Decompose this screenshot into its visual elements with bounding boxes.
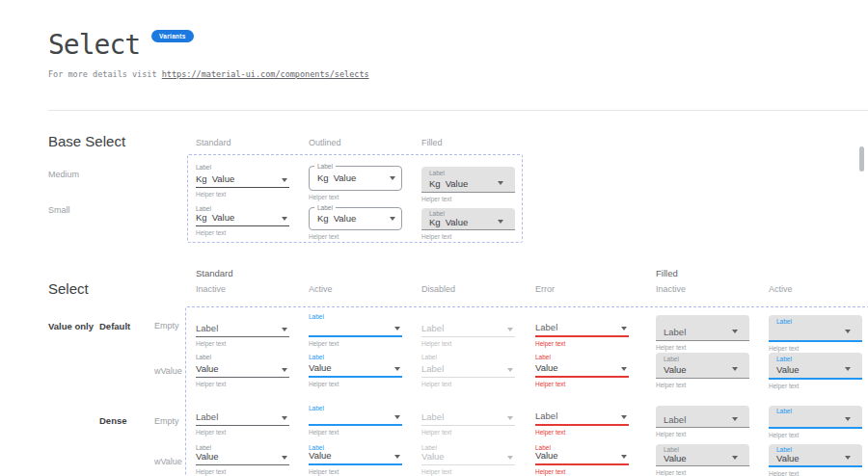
select-value: Value [446,179,469,189]
row-subgroup-default: Default [99,321,130,331]
select-dense-filled-active-empty[interactable]: Label Helper text [769,406,862,438]
select-dense-filled-inactive-empty[interactable]: Label Helper text [656,406,749,437]
select-filled-inactive-empty[interactable]: Label Helper text [656,315,749,351]
select-control[interactable]: Label [769,315,862,342]
chevron-down-icon [845,330,851,333]
helper-text: Helper text [196,229,289,236]
select-control[interactable]: Label [769,406,862,429]
select-filled-inactive-wvalue[interactable]: Label Value Helper text [656,353,749,388]
select-control[interactable]: Value [309,361,402,378]
select-control[interactable]: KgValue [196,213,289,226]
select-value: Value [212,174,235,184]
select-control[interactable] [309,412,402,426]
chevron-down-icon [282,368,287,372]
helper-text: Helper text [309,381,402,387]
select-value: Value [196,452,219,462]
helper-text: Helper text [769,432,862,438]
select-control[interactable]: Label KgValue [309,166,402,191]
select-control[interactable]: Label [535,321,629,337]
col-filled-active: Active [769,284,793,294]
helper-text: Helper text [769,345,862,352]
select-control[interactable]: Label [535,412,629,426]
select-control[interactable]: Value [309,452,402,465]
select-dense-standard-error-wvalue[interactable]: Label Value Helper text [535,443,629,475]
select-standard-inactive-wvalue[interactable]: Label Value Helper text [196,353,289,387]
select-control[interactable]: Label KgValue [421,208,515,230]
select-label: Label [309,312,402,321]
select-label: Label [196,353,289,361]
select-standard-active-empty[interactable]: Label Helper text [309,312,402,347]
helper-text: Helper text [656,382,749,388]
base-select-outlined-small[interactable]: Label KgValue Helper text [309,207,402,240]
select-control[interactable]: Label [196,321,289,337]
select-value: Value [535,451,558,461]
select-dense-filled-active-wvalue[interactable]: Label Value Helper text [769,444,862,476]
helper-text: Helper text [656,469,749,476]
select-control[interactable]: Label [656,315,749,341]
group-standard: Standard [196,268,233,278]
page-title: Select [48,29,140,61]
select-dense-standard-error-empty[interactable]: Label Helper text [535,404,629,436]
select-value: Value [334,173,357,183]
base-select-standard-small[interactable]: Label KgValue Helper text [196,204,289,236]
select-placeholder: Label [196,412,218,422]
select-placeholder: Label [535,323,557,332]
select-control[interactable]: Label Value [656,444,749,466]
chevron-down-icon [845,456,851,460]
select-standard-inactive-empty[interactable]: Label Helper text [196,312,289,347]
chevron-down-icon [394,415,400,419]
select-control[interactable]: KgValue [196,172,289,188]
select-control: Value [421,452,515,465]
row-default-wvalue: wValue [154,366,182,376]
variants-badge: Variants [151,30,194,42]
select-placeholder: Label [421,324,444,333]
select-control[interactable]: Value [196,452,289,465]
subtitle-text: For more details visit [48,69,162,79]
select-value: Value [309,451,332,461]
select-control[interactable]: Label Value [769,444,862,467]
chevron-down-icon [732,417,738,421]
select-control[interactable]: Label Value [656,353,749,379]
scrollbar-thumb[interactable] [859,146,864,172]
row-dense-wvalue: wValue [154,457,182,466]
select-dense-filled-inactive-wvalue[interactable]: Label Value Helper text [656,444,749,476]
chevron-down-icon [621,415,627,419]
select-standard-active-wvalue[interactable]: Label Value Helper text [309,353,402,387]
select-control[interactable]: Label [196,412,289,426]
select-label: Label [535,353,629,361]
select-filled-active-empty[interactable]: Label Helper text [769,315,862,352]
select-dense-standard-active-empty[interactable]: Label Helper text [309,404,402,436]
select-standard-error-wvalue[interactable]: Label Value Helper text [535,353,629,387]
select-adornment: Kg [429,179,441,189]
select-standard-error-empty[interactable]: Label Helper text [535,312,629,347]
helper-text: Helper text [421,196,515,202]
base-select-filled-small[interactable]: Label KgValue Helper text [421,208,515,240]
docs-link[interactable]: https://material-ui.com/components/selec… [162,69,369,79]
select-filled-active-wvalue[interactable]: Label Value Helper text [769,353,862,389]
select-dense-standard-inactive-empty[interactable]: Label Helper text [196,404,289,436]
select-control[interactable]: Value [535,361,629,378]
select-grid-heading: Select [48,280,89,297]
chevron-down-icon [390,217,395,221]
select-control[interactable]: Value [196,361,289,378]
select-control[interactable] [309,321,402,337]
select-control[interactable]: Label [656,406,749,428]
chevron-down-icon [390,176,395,180]
select-control[interactable]: Label Value [769,353,862,380]
select-dense-standard-inactive-wvalue[interactable]: Label Value Helper text [196,443,289,475]
select-dense-standard-active-wvalue[interactable]: Label Value Helper text [309,443,402,475]
select-standard-disabled-wvalue: Label Label Helper text [421,353,515,387]
select-control[interactable]: Label KgValue [309,207,402,230]
select-label: Label [314,162,336,171]
select-label: Label [776,355,856,363]
select-control[interactable]: Label KgValue [421,167,515,193]
base-select-outlined-medium[interactable]: Label KgValue Helper text [309,166,402,200]
select-control[interactable]: Value [535,452,629,465]
col-standard-active: Active [309,284,333,294]
select-standard-disabled-empty: Label Helper text [421,312,515,347]
base-select-filled-medium[interactable]: Label KgValue Helper text [421,167,515,202]
select-value: Value [776,365,800,375]
row-dense-empty: Empty [154,416,179,426]
base-select-standard-medium[interactable]: Label KgValue Helper text [196,163,289,198]
select-dense-standard-disabled-empty: Label Helper text [421,404,515,436]
